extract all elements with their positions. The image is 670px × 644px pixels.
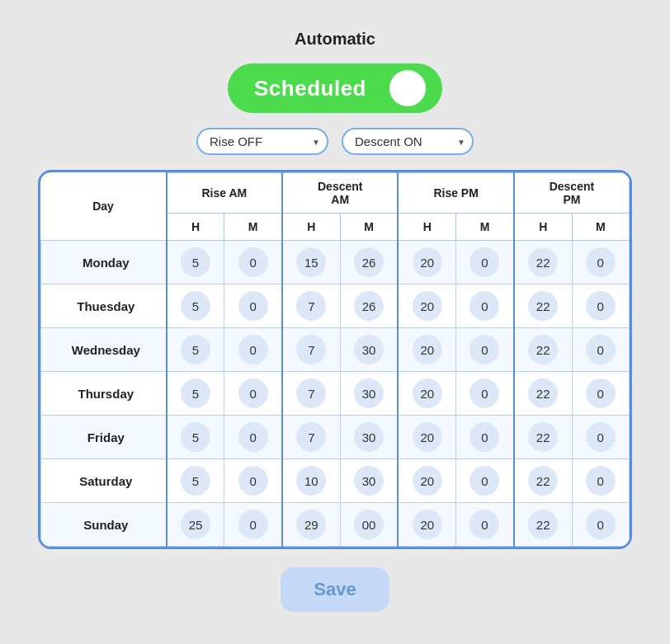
table-row: Saturday501030200220 xyxy=(41,459,630,503)
time-value: 10 xyxy=(296,466,326,496)
time-value: 0 xyxy=(238,466,268,496)
table-row: Friday50730200220 xyxy=(41,416,630,459)
time-cell[interactable]: 30 xyxy=(340,459,398,503)
time-value: 7 xyxy=(296,422,326,452)
time-cell[interactable]: 0 xyxy=(224,328,282,372)
time-cell[interactable]: 20 xyxy=(398,241,455,284)
time-cell[interactable]: 10 xyxy=(282,459,340,503)
time-cell[interactable]: 25 xyxy=(167,503,224,547)
time-cell[interactable]: 0 xyxy=(456,328,514,372)
time-value: 0 xyxy=(238,510,268,539)
time-cell[interactable]: 5 xyxy=(167,459,224,503)
time-cell[interactable]: 30 xyxy=(340,328,398,372)
time-cell[interactable]: 22 xyxy=(514,372,572,416)
time-cell[interactable]: 26 xyxy=(340,241,398,284)
time-value: 7 xyxy=(296,335,326,364)
rise-dropdown[interactable]: Rise OFF Rise ON xyxy=(196,128,328,155)
time-cell[interactable]: 0 xyxy=(572,372,629,416)
time-value: 0 xyxy=(469,466,499,496)
time-cell[interactable]: 20 xyxy=(398,328,455,372)
time-cell[interactable]: 22 xyxy=(514,284,572,328)
toggle-row[interactable]: Scheduled xyxy=(228,63,442,113)
col-risepm-header: Rise PM xyxy=(398,173,513,214)
time-cell[interactable]: 00 xyxy=(340,503,398,547)
descent-dropdown-wrapper: Descent OFF Descent ON xyxy=(342,128,474,155)
time-value: 0 xyxy=(586,335,616,364)
time-cell[interactable]: 0 xyxy=(572,416,629,459)
time-cell[interactable]: 20 xyxy=(398,503,455,547)
time-cell[interactable]: 22 xyxy=(514,416,572,459)
time-value: 0 xyxy=(238,378,268,408)
time-value: 20 xyxy=(413,510,442,539)
time-cell[interactable]: 0 xyxy=(456,459,514,503)
time-cell[interactable]: 0 xyxy=(572,241,629,284)
time-cell[interactable]: 0 xyxy=(456,416,514,459)
time-value: 0 xyxy=(469,247,499,277)
time-value: 7 xyxy=(296,291,326,321)
time-value: 22 xyxy=(528,291,558,321)
time-value: 0 xyxy=(586,466,616,496)
time-cell[interactable]: 30 xyxy=(340,372,398,416)
time-cell[interactable]: 0 xyxy=(224,503,282,547)
time-cell[interactable]: 20 xyxy=(398,416,455,459)
time-value: 22 xyxy=(528,422,558,452)
time-value: 0 xyxy=(469,510,499,539)
time-cell[interactable]: 0 xyxy=(224,459,282,503)
time-cell[interactable]: 0 xyxy=(572,284,629,328)
time-cell[interactable]: 7 xyxy=(282,416,340,459)
time-cell[interactable]: 20 xyxy=(398,372,455,416)
time-cell[interactable]: 22 xyxy=(514,328,572,372)
time-cell[interactable]: 7 xyxy=(282,372,340,416)
time-cell[interactable]: 22 xyxy=(514,503,572,547)
time-cell[interactable]: 22 xyxy=(514,241,572,284)
descentam-m-header: M xyxy=(340,214,398,241)
time-cell[interactable]: 5 xyxy=(167,284,224,328)
time-value: 20 xyxy=(413,247,442,277)
time-cell[interactable]: 26 xyxy=(340,284,398,328)
time-cell[interactable]: 7 xyxy=(282,284,340,328)
day-cell: Wednesday xyxy=(41,328,167,372)
time-value: 22 xyxy=(528,247,558,277)
main-container: Automatic Scheduled Rise OFF Rise ON Des… xyxy=(38,16,632,612)
toggle-label: Scheduled xyxy=(254,76,366,101)
time-value: 26 xyxy=(354,247,384,277)
descent-dropdown[interactable]: Descent OFF Descent ON xyxy=(342,128,474,155)
save-button[interactable]: Save xyxy=(281,567,389,612)
risepm-h-header: H xyxy=(398,214,455,241)
time-value: 22 xyxy=(528,378,558,408)
time-cell[interactable]: 0 xyxy=(456,284,514,328)
time-cell[interactable]: 7 xyxy=(282,328,340,372)
time-value: 00 xyxy=(354,510,384,539)
time-cell[interactable]: 0 xyxy=(224,416,282,459)
col-descentam-header: DescentAM xyxy=(282,173,398,214)
time-cell[interactable]: 20 xyxy=(398,459,455,503)
day-cell: Saturday xyxy=(41,459,167,503)
time-value: 26 xyxy=(354,291,384,321)
time-value: 22 xyxy=(528,510,558,539)
time-cell[interactable]: 22 xyxy=(514,459,572,503)
time-cell[interactable]: 15 xyxy=(282,241,340,284)
time-cell[interactable]: 5 xyxy=(167,328,224,372)
time-cell[interactable]: 0 xyxy=(456,503,514,547)
time-cell[interactable]: 0 xyxy=(572,328,629,372)
time-cell[interactable]: 0 xyxy=(456,372,514,416)
time-cell[interactable]: 20 xyxy=(398,284,455,328)
time-cell[interactable]: 5 xyxy=(167,416,224,459)
riseam-h-header: H xyxy=(167,214,224,241)
time-cell[interactable]: 30 xyxy=(340,416,398,459)
toggle-knob[interactable] xyxy=(389,70,426,106)
time-cell[interactable]: 29 xyxy=(282,503,340,547)
time-cell[interactable]: 0 xyxy=(224,372,282,416)
time-cell[interactable]: 0 xyxy=(224,241,282,284)
time-cell[interactable]: 0 xyxy=(224,284,282,328)
time-cell[interactable]: 0 xyxy=(572,503,629,547)
time-cell[interactable]: 5 xyxy=(167,241,224,284)
descentam-h-header: H xyxy=(282,214,340,241)
time-value: 20 xyxy=(413,466,442,496)
time-value: 22 xyxy=(528,335,558,364)
table-row: Monday501526200220 xyxy=(41,241,630,284)
time-value: 20 xyxy=(413,378,442,408)
time-cell[interactable]: 0 xyxy=(572,459,629,503)
time-cell[interactable]: 5 xyxy=(167,372,224,416)
time-cell[interactable]: 0 xyxy=(456,241,514,284)
